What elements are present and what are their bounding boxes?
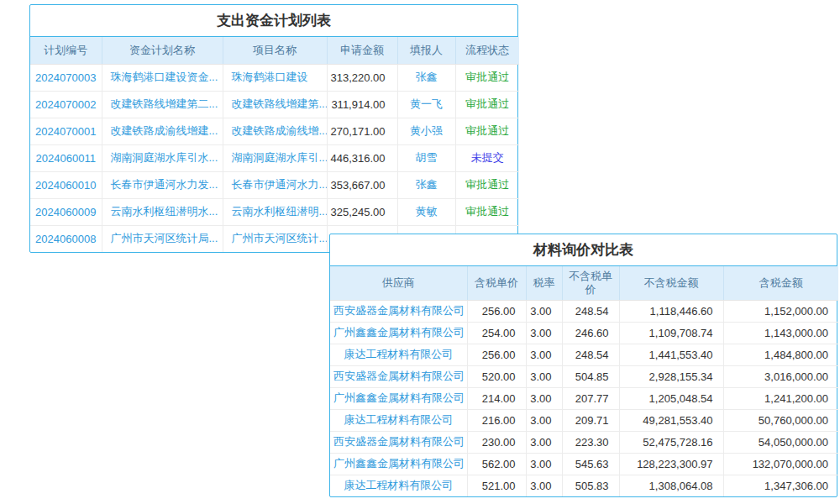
table-row: 西安盛器金属材料有限公司520.003.00504.852,928,155.34… bbox=[330, 365, 838, 387]
amount-with-tax-cell: 1,484,800.00 bbox=[723, 344, 838, 365]
amount-cell: 311,914.00 bbox=[327, 91, 397, 118]
column-header-amount: 申请金额 bbox=[327, 37, 397, 64]
project-name-link[interactable]: 珠海鹤港口建设 bbox=[223, 64, 327, 91]
amount-with-tax-cell: 50,760,000.00 bbox=[723, 409, 838, 431]
expense-plan-table: 计划编号 资金计划名称 项目名称 申请金额 填报人 流程状态 202407000… bbox=[30, 37, 519, 252]
fund-plan-name-link[interactable]: 广州市天河区统计局... bbox=[102, 225, 223, 252]
supplier-link[interactable]: 西安盛器金属材料有限公司 bbox=[330, 300, 467, 322]
amount-without-tax-cell: 52,475,728.16 bbox=[619, 431, 723, 453]
reporter-link[interactable]: 胡雪 bbox=[397, 144, 455, 171]
reporter-link[interactable]: 黄小强 bbox=[397, 118, 455, 144]
column-header-supplier: 供应商 bbox=[330, 266, 467, 300]
tax-rate-cell: 3.00 bbox=[526, 409, 562, 431]
supplier-link[interactable]: 康达工程材料有限公司 bbox=[330, 344, 467, 365]
table-row: 广州鑫鑫金属材料有限公司562.003.00545.63128,223,300.… bbox=[330, 453, 838, 475]
reporter-link[interactable]: 黄一飞 bbox=[397, 91, 455, 118]
tax-rate-cell: 3.00 bbox=[526, 322, 562, 344]
column-header-reporter: 填报人 bbox=[397, 37, 455, 64]
price-with-tax-cell: 216.00 bbox=[467, 409, 526, 431]
plan-no-link[interactable]: 2024060009 bbox=[30, 198, 102, 225]
fund-plan-name-link[interactable]: 珠海鹤港口建设资金... bbox=[102, 64, 223, 91]
amount-without-tax-cell: 1,109,708.74 bbox=[619, 322, 723, 344]
column-header-fund-plan-name: 资金计划名称 bbox=[102, 37, 223, 64]
project-name-link[interactable]: 广州市天河区统计... bbox=[223, 225, 327, 252]
plan-no-link[interactable]: 2024070001 bbox=[30, 118, 102, 144]
project-name-link[interactable]: 改建铁路线增建第... bbox=[223, 91, 327, 118]
supplier-link[interactable]: 康达工程材料有限公司 bbox=[330, 409, 467, 431]
project-name-link[interactable]: 湖南洞庭湖水库引... bbox=[223, 144, 327, 171]
amount-without-tax-cell: 128,223,300.97 bbox=[619, 453, 723, 475]
expense-plan-table-card: 支出资金计划列表 计划编号 资金计划名称 项目名称 申请金额 填报人 流程状态 … bbox=[29, 4, 518, 253]
amount-without-tax-cell: 1,205,048.54 bbox=[619, 387, 723, 409]
supplier-link[interactable]: 康达工程材料有限公司 bbox=[330, 475, 467, 496]
supplier-link[interactable]: 广州鑫鑫金属材料有限公司 bbox=[330, 322, 467, 344]
reporter-link[interactable]: 张鑫 bbox=[397, 64, 455, 91]
column-header-status: 流程状态 bbox=[455, 37, 519, 64]
supplier-link[interactable]: 广州鑫鑫金属材料有限公司 bbox=[330, 453, 467, 475]
reporter-link[interactable]: 张鑫 bbox=[397, 171, 455, 198]
status-badge: 未提交 bbox=[455, 144, 519, 171]
column-header-price-without-tax: 不含税单价 bbox=[562, 266, 619, 300]
amount-cell: 313,220.00 bbox=[327, 64, 397, 91]
status-badge: 审批通过 bbox=[455, 171, 519, 198]
price-without-tax-cell: 209.71 bbox=[562, 409, 619, 431]
column-header-tax-rate: 税率 bbox=[526, 266, 562, 300]
table-row: 康达工程材料有限公司256.003.00248.541,441,553.401,… bbox=[330, 344, 838, 365]
table-row: 广州鑫鑫金属材料有限公司214.003.00207.771,205,048.54… bbox=[330, 387, 838, 409]
plan-no-link[interactable]: 2024060008 bbox=[30, 225, 102, 252]
plan-no-link[interactable]: 2024070003 bbox=[30, 64, 102, 91]
amount-without-tax-cell: 1,118,446.60 bbox=[619, 300, 723, 322]
amount-with-tax-cell: 132,070,000.00 bbox=[723, 453, 838, 475]
reporter-link[interactable]: 黄敏 bbox=[397, 198, 455, 225]
amount-with-tax-cell: 3,016,000.00 bbox=[723, 365, 838, 387]
table-row: 2024070001改建铁路成渝线增建...改建铁路成渝线增...270,171… bbox=[30, 118, 519, 144]
fund-plan-name-link[interactable]: 长春市伊通河水力发... bbox=[102, 171, 223, 198]
status-badge: 审批通过 bbox=[455, 118, 519, 144]
plan-no-link[interactable]: 2024060011 bbox=[30, 144, 102, 171]
column-header-project-name: 项目名称 bbox=[223, 37, 327, 64]
tax-rate-cell: 3.00 bbox=[526, 431, 562, 453]
amount-cell: 325,245.00 bbox=[327, 198, 397, 225]
price-without-tax-cell: 246.60 bbox=[562, 322, 619, 344]
status-badge: 审批通过 bbox=[455, 91, 519, 118]
plan-no-link[interactable]: 2024060010 bbox=[30, 171, 102, 198]
fund-plan-name-link[interactable]: 湖南洞庭湖水库引水... bbox=[102, 144, 223, 171]
expense-plan-header-row: 计划编号 资金计划名称 项目名称 申请金额 填报人 流程状态 bbox=[30, 37, 519, 64]
status-badge: 审批通过 bbox=[455, 64, 519, 91]
material-inquiry-table-card: 材料询价对比表 供应商 含税单价 税率 不含税单价 不含税金额 含税金额 西安盛… bbox=[329, 234, 837, 497]
supplier-link[interactable]: 西安盛器金属材料有限公司 bbox=[330, 431, 467, 453]
fund-plan-name-link[interactable]: 改建铁路线增建第二... bbox=[102, 91, 223, 118]
table-row: 西安盛器金属材料有限公司230.003.00223.3052,475,728.1… bbox=[330, 431, 838, 453]
price-with-tax-cell: 562.00 bbox=[467, 453, 526, 475]
table-row: 广州鑫鑫金属材料有限公司254.003.00246.601,109,708.74… bbox=[330, 322, 838, 344]
supplier-link[interactable]: 广州鑫鑫金属材料有限公司 bbox=[330, 387, 467, 409]
price-with-tax-cell: 256.00 bbox=[467, 300, 526, 322]
table-row: 2024070002改建铁路线增建第二...改建铁路线增建第...311,914… bbox=[30, 91, 519, 118]
table-row: 2024070003珠海鹤港口建设资金...珠海鹤港口建设313,220.00张… bbox=[30, 64, 519, 91]
project-name-link[interactable]: 长春市伊通河水力... bbox=[223, 171, 327, 198]
column-header-amount-with-tax: 含税金额 bbox=[723, 266, 838, 300]
table-row: 西安盛器金属材料有限公司256.003.00248.541,118,446.60… bbox=[330, 300, 838, 322]
amount-without-tax-cell: 1,441,553.40 bbox=[619, 344, 723, 365]
price-without-tax-cell: 248.54 bbox=[562, 300, 619, 322]
table-row: 康达工程材料有限公司521.003.00505.831,308,064.081,… bbox=[330, 475, 838, 496]
column-header-plan-no: 计划编号 bbox=[30, 37, 102, 64]
project-name-link[interactable]: 云南水利枢纽潜明... bbox=[223, 198, 327, 225]
amount-with-tax-cell: 1,143,000.00 bbox=[723, 322, 838, 344]
fund-plan-name-link[interactable]: 云南水利枢纽潜明水... bbox=[102, 198, 223, 225]
amount-cell: 446,316.00 bbox=[327, 144, 397, 171]
amount-cell: 270,171.00 bbox=[327, 118, 397, 144]
price-without-tax-cell: 248.54 bbox=[562, 344, 619, 365]
tax-rate-cell: 3.00 bbox=[526, 344, 562, 365]
amount-with-tax-cell: 1,241,200.00 bbox=[723, 387, 838, 409]
amount-cell: 353,667.00 bbox=[327, 171, 397, 198]
supplier-link[interactable]: 西安盛器金属材料有限公司 bbox=[330, 365, 467, 387]
price-without-tax-cell: 223.30 bbox=[562, 431, 619, 453]
table-row: 2024060009云南水利枢纽潜明水...云南水利枢纽潜明...325,245… bbox=[30, 198, 519, 225]
tax-rate-cell: 3.00 bbox=[526, 300, 562, 322]
plan-no-link[interactable]: 2024070002 bbox=[30, 91, 102, 118]
fund-plan-name-link[interactable]: 改建铁路成渝线增建... bbox=[102, 118, 223, 144]
project-name-link[interactable]: 改建铁路成渝线增... bbox=[223, 118, 327, 144]
amount-with-tax-cell: 54,050,000.00 bbox=[723, 431, 838, 453]
material-inquiry-table: 供应商 含税单价 税率 不含税单价 不含税金额 含税金额 西安盛器金属材料有限公… bbox=[330, 266, 838, 496]
